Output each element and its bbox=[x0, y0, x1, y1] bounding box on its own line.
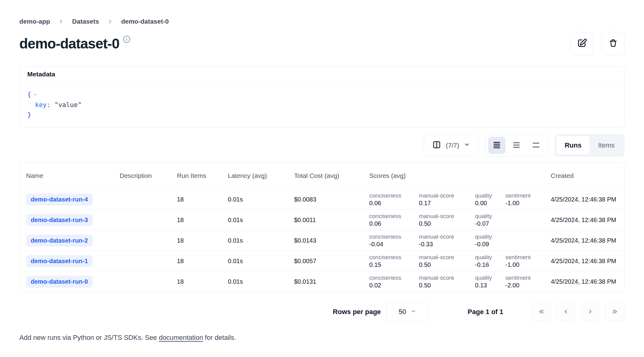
score-name: conciseness bbox=[369, 192, 419, 199]
score-value: 0.50 bbox=[419, 261, 475, 268]
edit-dataset-button[interactable] bbox=[570, 32, 593, 55]
documentation-link[interactable]: documentation bbox=[159, 334, 203, 341]
score-value: -1.00 bbox=[505, 200, 551, 207]
chevron-down-icon bbox=[411, 308, 416, 316]
rows-per-page-select[interactable]: 50 bbox=[386, 302, 428, 321]
table-header-row: Name Description Run Items Latency (avg)… bbox=[20, 163, 624, 189]
table-row: demo-dataset-run-0180.01s$0.0131concisen… bbox=[20, 271, 624, 292]
score-value: -1.00 bbox=[505, 261, 551, 268]
json-open-brace: { bbox=[27, 90, 31, 99]
sdk-hint-text-after: for details. bbox=[203, 334, 236, 341]
next-page-button[interactable] bbox=[581, 302, 600, 321]
collapse-chevron-icon[interactable] bbox=[33, 90, 38, 100]
score-name: quality bbox=[475, 254, 505, 261]
dataset-detail-page: demo-app Datasets demo-dataset-0 demo-da… bbox=[0, 0, 644, 357]
sdk-hint: Add new runs via Python or JS/TS SDKs. S… bbox=[19, 334, 625, 342]
run-name-link[interactable]: demo-dataset-run-1 bbox=[26, 255, 93, 267]
cell-scores: conciseness0.06manual-score0.17quality0.… bbox=[369, 189, 551, 209]
score-cell: conciseness0.02 bbox=[369, 271, 419, 292]
json-colon: : bbox=[47, 100, 51, 110]
last-page-button[interactable] bbox=[605, 302, 625, 321]
score-cell: sentiment-1.00 bbox=[505, 251, 551, 271]
chevron-down-icon bbox=[464, 141, 470, 149]
score-value: 0.06 bbox=[369, 200, 419, 207]
chevrons-right-icon bbox=[611, 308, 619, 316]
breadcrumb-item-project[interactable]: demo-app bbox=[19, 18, 50, 25]
cell-scores: conciseness0.06manual-score0.50quality-0… bbox=[369, 210, 551, 230]
cell-created: 4/25/2024, 12:46:38 PM bbox=[551, 237, 624, 244]
column-count-label: (7/7) bbox=[446, 142, 459, 149]
rows-per-page-label: Rows per page bbox=[333, 308, 381, 316]
row-height-small-button[interactable] bbox=[488, 137, 505, 154]
column-header-scores[interactable]: Scores (avg) bbox=[369, 172, 551, 179]
chevron-right-icon bbox=[107, 18, 113, 25]
score-cell: manual-score0.50 bbox=[419, 271, 475, 292]
pager-buttons bbox=[531, 302, 625, 321]
column-header-total-cost[interactable]: Total Cost (avg) bbox=[294, 172, 369, 179]
table-row: demo-dataset-run-1180.01s$0.0057concisen… bbox=[20, 251, 624, 271]
score-name: conciseness bbox=[369, 233, 419, 240]
run-name-link[interactable]: demo-dataset-run-2 bbox=[26, 235, 93, 247]
sdk-hint-text-before: Add new runs via Python or JS/TS SDKs. S… bbox=[19, 334, 159, 341]
tab-items[interactable]: Items bbox=[590, 136, 623, 155]
score-value: 0.15 bbox=[369, 261, 419, 268]
column-header-latency[interactable]: Latency (avg) bbox=[228, 172, 294, 179]
column-visibility-button[interactable]: (7/7) bbox=[424, 134, 478, 157]
score-value: 0.13 bbox=[475, 282, 505, 289]
score-value: -0.33 bbox=[419, 241, 475, 248]
breadcrumb: demo-app Datasets demo-dataset-0 bbox=[19, 18, 625, 25]
score-name: sentiment bbox=[505, 254, 551, 261]
delete-dataset-button[interactable] bbox=[601, 32, 625, 55]
score-cell: quality-0.09 bbox=[475, 230, 505, 251]
row-height-large-button[interactable] bbox=[527, 137, 545, 154]
score-name: manual-score bbox=[419, 213, 475, 220]
score-cell: sentiment-1.00 bbox=[505, 189, 551, 209]
score-cell: conciseness0.15 bbox=[369, 251, 419, 271]
row-height-medium-button[interactable] bbox=[508, 137, 525, 154]
score-value: 0.17 bbox=[419, 200, 475, 207]
column-header-name[interactable]: Name bbox=[20, 172, 120, 179]
score-name: conciseness bbox=[369, 254, 419, 261]
cell-latency: 0.01s bbox=[228, 278, 294, 285]
score-cell: sentiment-2.00 bbox=[505, 271, 551, 292]
rows-per-page-value: 50 bbox=[399, 308, 406, 316]
tab-runs[interactable]: Runs bbox=[556, 136, 590, 155]
breadcrumb-item-datasets[interactable]: Datasets bbox=[72, 18, 99, 25]
previous-page-button[interactable] bbox=[556, 302, 576, 321]
first-page-button[interactable] bbox=[531, 302, 551, 321]
cell-scores: conciseness-0.04manual-score-0.33quality… bbox=[369, 230, 551, 251]
column-header-created[interactable]: Created bbox=[551, 172, 624, 179]
rows-medium-icon bbox=[512, 140, 521, 151]
score-name: conciseness bbox=[369, 274, 419, 281]
cell-total-cost: $0.0011 bbox=[294, 217, 369, 224]
page-title: demo-dataset-0 bbox=[19, 36, 119, 52]
score-value: -0.07 bbox=[475, 220, 505, 227]
run-name-link[interactable]: demo-dataset-run-3 bbox=[26, 214, 93, 226]
chevron-right-icon bbox=[587, 308, 594, 316]
json-close-brace: } bbox=[27, 110, 31, 120]
table-row: demo-dataset-run-2180.01s$0.0143concisen… bbox=[20, 230, 624, 251]
score-cell: conciseness0.06 bbox=[369, 210, 419, 230]
cell-run-items: 18 bbox=[177, 278, 228, 285]
chevron-right-icon bbox=[58, 18, 64, 25]
info-icon[interactable] bbox=[122, 35, 131, 45]
cell-scores: conciseness0.02manual-score0.50quality0.… bbox=[369, 271, 551, 292]
rows-dense-icon bbox=[492, 140, 501, 151]
score-name: manual-score bbox=[419, 274, 475, 281]
run-name-link[interactable]: demo-dataset-run-0 bbox=[26, 276, 93, 288]
score-cell: quality-0.16 bbox=[475, 251, 505, 271]
score-value: -0.16 bbox=[475, 261, 505, 268]
score-value: -0.04 bbox=[369, 241, 419, 248]
score-name: sentiment bbox=[505, 192, 551, 199]
json-value: "value" bbox=[55, 100, 82, 110]
column-header-description[interactable]: Description bbox=[120, 172, 177, 179]
run-name-link[interactable]: demo-dataset-run-4 bbox=[26, 194, 93, 205]
score-value: 0.00 bbox=[475, 200, 505, 207]
page-indicator: Page 1 of 1 bbox=[468, 308, 503, 316]
edit-icon bbox=[577, 38, 587, 49]
pagination-bar: Rows per page 50 Page 1 of 1 bbox=[19, 302, 625, 321]
runs-items-tabs: Runs Items bbox=[554, 134, 625, 157]
cell-created: 4/25/2024, 12:46:38 PM bbox=[551, 258, 624, 265]
score-cell: manual-score0.50 bbox=[419, 210, 475, 230]
column-header-run-items[interactable]: Run Items bbox=[177, 172, 228, 179]
